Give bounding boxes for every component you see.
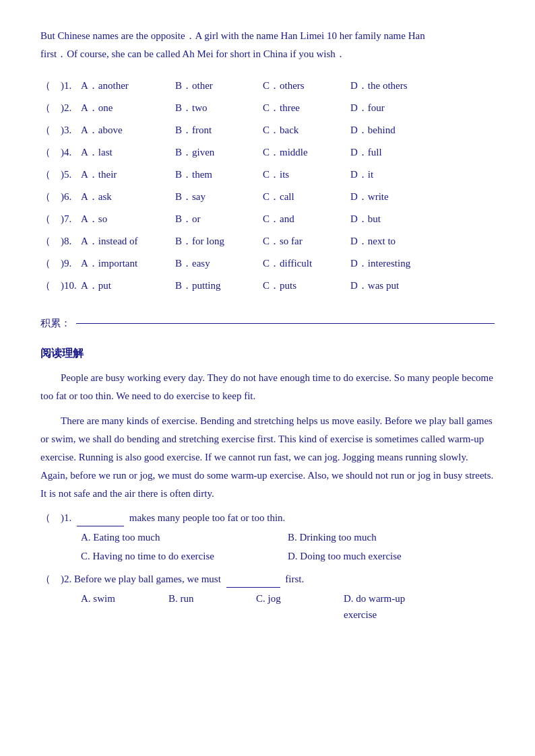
mc-option-c: C．puts <box>263 277 350 295</box>
reading-q1-opts-ab: A. Eating too much B. Drinking too much <box>40 529 495 545</box>
mc-bracket-num: （ )4. <box>40 143 81 162</box>
mc-bracket-num: （ )2. <box>40 99 81 117</box>
mc-option-b: B．easy <box>175 254 263 273</box>
mc-option-b: B．or <box>175 210 263 228</box>
mc-bracket-num: （ )9. <box>40 254 81 273</box>
reading-q1-text: makes many people too fat or too thin. <box>74 510 495 526</box>
mc-option-c: C．call <box>263 188 350 206</box>
mc-option-c: C．difficult <box>263 254 350 273</box>
mc-option-c: C．three <box>263 99 350 117</box>
mc-row: （ )4. A．last B．given C．middle D．full <box>40 143 495 162</box>
mc-option-a: A．so <box>81 210 175 228</box>
mc-row: （ )6. A．ask B．say C．call D．write <box>40 188 495 206</box>
reading-q2-num: （ )2. <box>40 571 74 587</box>
mc-option-c: C．middle <box>263 143 350 162</box>
mc-option-a: A．instead of <box>81 232 175 250</box>
mc-option-d: D．full <box>350 143 431 162</box>
mc-option-d: D．was put <box>350 277 431 295</box>
mc-option-a: A．above <box>81 121 175 139</box>
mc-bracket-num: （ )6. <box>40 188 81 206</box>
mc-option-a: A．put <box>81 277 175 295</box>
mc-option-d: D．the others <box>350 77 431 95</box>
reading-q1-optA: A. Eating too much <box>81 529 288 545</box>
reading-q2-text: Before we play ball games, we must first… <box>74 571 495 588</box>
reading-para2: There are many kinds of exercise. Bendin… <box>40 412 495 503</box>
mc-option-a: A．important <box>81 254 175 273</box>
reading-section: 阅读理解 People are busy working every day. … <box>40 345 495 623</box>
mc-row: （ )7. A．so B．or C．and D．but <box>40 210 495 228</box>
mc-option-b: B．for long <box>175 232 263 250</box>
mc-option-d: D．it <box>350 166 431 184</box>
intro-line1: But Chinese names are the opposite．A gir… <box>40 27 495 45</box>
mc-option-b: B．two <box>175 99 263 117</box>
mc-bracket-num: （ )7. <box>40 210 81 228</box>
mc-option-a: A．one <box>81 99 175 117</box>
reading-q2-optA: A. swim <box>81 590 168 623</box>
reading-q2-opts: A. swim B. run C. jog D. do warm-up exer… <box>40 590 495 623</box>
reading-q1-opts-cd: C. Having no time to do exercise D. Doin… <box>40 548 495 564</box>
q1-blank <box>77 510 124 526</box>
mc-option-a: A．their <box>81 166 175 184</box>
mc-row: （ )1. A．another B．other C．others D．the o… <box>40 77 495 95</box>
mc-option-c: C．back <box>263 121 350 139</box>
mc-option-d: D．but <box>350 210 431 228</box>
mc-row: （ )10. A．put B．putting C．puts D．was put <box>40 277 495 295</box>
mc-bracket-num: （ )10. <box>40 277 81 295</box>
mc-bracket-num: （ )1. <box>40 77 81 95</box>
mc-option-d: D．behind <box>350 121 431 139</box>
intro-paragraph: But Chinese names are the opposite．A gir… <box>40 27 495 63</box>
mc-option-d: D．interesting <box>350 254 431 273</box>
accumulate-line <box>76 323 495 324</box>
mc-row: （ )2. A．one B．two C．three D．four <box>40 99 495 117</box>
mc-option-d: D．write <box>350 188 431 206</box>
reading-q1: （ )1. makes many people too fat or too t… <box>40 510 495 564</box>
reading-q2-optC: C. jog <box>256 590 344 623</box>
mc-bracket-num: （ )8. <box>40 232 81 250</box>
mc-option-a: A．ask <box>81 188 175 206</box>
accumulate-section: 积累： <box>40 315 495 331</box>
accumulate-label: 积累： <box>40 315 71 331</box>
reading-q1-row: （ )1. makes many people too fat or too t… <box>40 510 495 526</box>
mc-option-d: D．four <box>350 99 431 117</box>
mc-row: （ )5. A．their B．them C．its D．it <box>40 166 495 184</box>
mc-option-b: B．putting <box>175 277 263 295</box>
mc-bracket-num: （ )3. <box>40 121 81 139</box>
reading-q1-optB: B. Drinking too much <box>288 529 495 545</box>
reading-title: 阅读理解 <box>40 345 495 362</box>
mc-row: （ )8. A．instead of B．for long C．so far D… <box>40 232 495 250</box>
reading-q1-optD: D. Doing too much exercise <box>288 548 495 564</box>
mc-bracket-num: （ )5. <box>40 166 81 184</box>
reading-q2: （ )2. Before we play ball games, we must… <box>40 571 495 623</box>
mc-option-c: C．others <box>263 77 350 95</box>
mc-option-b: B．them <box>175 166 263 184</box>
reading-q2-row: （ )2. Before we play ball games, we must… <box>40 571 495 588</box>
reading-q1-num: （ )1. <box>40 510 74 526</box>
intro-line2: first．Of course, she can be called Ah Me… <box>40 45 495 63</box>
mc-option-b: B．front <box>175 121 263 139</box>
reading-q2-optB: B. run <box>168 590 256 623</box>
mc-option-c: C．so far <box>263 232 350 250</box>
reading-para1: People are busy working every day. They … <box>40 369 495 405</box>
mc-option-a: A．another <box>81 77 175 95</box>
mc-option-b: B．say <box>175 188 263 206</box>
mc-option-c: C．and <box>263 210 350 228</box>
reading-q2-optD: D. do warm-up exercise <box>344 590 431 623</box>
mc-option-b: B．other <box>175 77 263 95</box>
multiple-choice-section: （ )1. A．another B．other C．others D．the o… <box>40 77 495 295</box>
mc-option-a: A．last <box>81 143 175 162</box>
mc-option-d: D．next to <box>350 232 431 250</box>
mc-row: （ )9. A．important B．easy C．difficult D．i… <box>40 254 495 273</box>
mc-row: （ )3. A．above B．front C．back D．behind <box>40 121 495 139</box>
reading-q1-optC: C. Having no time to do exercise <box>81 548 288 564</box>
mc-option-b: B．given <box>175 143 263 162</box>
mc-option-c: C．its <box>263 166 350 184</box>
